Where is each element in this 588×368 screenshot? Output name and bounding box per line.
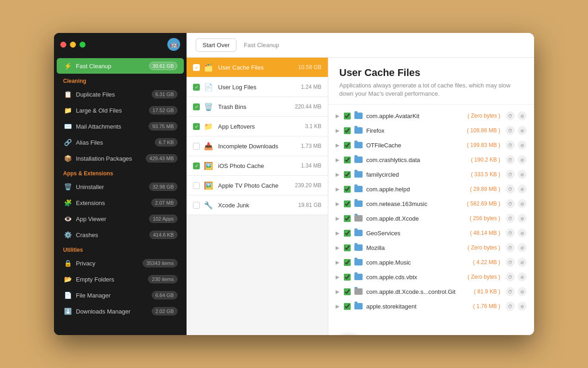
delete-btn-7[interactable]: ⊘ bbox=[518, 214, 527, 223]
checkbox-incomplete[interactable] bbox=[193, 143, 200, 150]
detail-cb-3[interactable] bbox=[344, 157, 351, 163]
checkbox-ios-photo[interactable] bbox=[193, 162, 200, 169]
expand-arrow-8[interactable]: ▶ bbox=[336, 230, 342, 236]
expand-arrow-1[interactable]: ▶ bbox=[336, 128, 342, 134]
view-btn-8[interactable]: ⏱ bbox=[506, 228, 515, 238]
file-item-trash-bins[interactable]: 🗑️ Trash Bins 220.44 MB bbox=[187, 97, 328, 117]
view-btn-12[interactable]: ⏱ bbox=[506, 287, 515, 296]
delete-btn-3[interactable]: ⊘ bbox=[518, 155, 527, 164]
delete-btn-4[interactable]: ⊘ bbox=[518, 170, 527, 179]
expand-arrow-11[interactable]: ▶ bbox=[336, 274, 342, 280]
detail-item-netease[interactable]: ▶ com.netease.163music ( 582.69 MB ) ⏱ ⊘ bbox=[328, 196, 534, 211]
detail-item-controlgit[interactable]: ▶ com.apple.dt.Xcode.s...control.Git ( 8… bbox=[328, 284, 534, 299]
maximize-button[interactable] bbox=[80, 42, 86, 48]
delete-btn-5[interactable]: ⊘ bbox=[518, 184, 527, 194]
file-item-ios-photo[interactable]: 🖼️ iOS Photo Cache 1.34 MB bbox=[187, 156, 328, 176]
file-item-apple-tv[interactable]: 🖼️ Apple TV Photo Cache 239.20 MB bbox=[187, 176, 328, 195]
detail-cb-1[interactable] bbox=[344, 127, 351, 134]
expand-arrow-2[interactable]: ▶ bbox=[336, 142, 342, 148]
view-btn-10[interactable]: ⏱ bbox=[506, 258, 515, 267]
detail-cb-9[interactable] bbox=[344, 244, 351, 251]
file-item-user-cache[interactable]: 🗂️ User Cache Files 10.58 GB bbox=[187, 58, 328, 77]
detail-cb-4[interactable] bbox=[344, 171, 351, 178]
checkbox-xcode[interactable] bbox=[193, 202, 200, 209]
sidebar-item-uninstaller[interactable]: 🗑️ Uninstaller 32.98 GB bbox=[57, 179, 184, 195]
minimize-button[interactable] bbox=[70, 42, 76, 48]
checkbox-user-log[interactable] bbox=[193, 84, 200, 91]
detail-item-crashlytics[interactable]: ▶ com.crashlytics.data ( 190.2 KB ) ⏱ ⊘ bbox=[328, 152, 534, 167]
delete-btn-10[interactable]: ⊘ bbox=[518, 258, 527, 267]
expand-arrow-7[interactable]: ▶ bbox=[336, 216, 342, 222]
sidebar-item-mail-attachments[interactable]: ✉️ Mail Attachments 93.75 MB bbox=[57, 119, 184, 134]
delete-btn-2[interactable]: ⊘ bbox=[518, 141, 527, 150]
delete-btn-1[interactable]: ⊘ bbox=[518, 126, 527, 135]
sidebar-item-duplicate-files[interactable]: 📋 Duplicate Files 6.31 GB bbox=[57, 87, 184, 102]
checkbox-trash[interactable] bbox=[193, 103, 200, 110]
file-item-incomplete-downloads[interactable]: 📥 Incomplete Downloads 1.73 MB bbox=[187, 136, 328, 156]
detail-cb-0[interactable] bbox=[344, 113, 351, 119]
expand-arrow-5[interactable]: ▶ bbox=[336, 186, 342, 192]
delete-btn-6[interactable]: ⊘ bbox=[518, 199, 527, 208]
detail-cb-11[interactable] bbox=[344, 274, 351, 281]
sidebar-item-alias-files[interactable]: 🔗 Alias Files 6.7 KB bbox=[57, 135, 184, 150]
sidebar-item-extensions[interactable]: 🧩 Extensions 2.07 MB bbox=[57, 195, 184, 211]
delete-btn-13[interactable]: ⊘ bbox=[518, 302, 527, 311]
checkbox-user-cache[interactable] bbox=[193, 64, 200, 71]
view-btn-7[interactable]: ⏱ bbox=[506, 214, 515, 223]
detail-item-com-apple-avatarkit[interactable]: ▶ com.apple.AvatarKit ( Zero bytes ) ⏱ ⊘ bbox=[328, 108, 534, 123]
sidebar-item-crashes[interactable]: ⚙️ Crashes 414.6 KB bbox=[57, 227, 184, 243]
delete-btn-12[interactable]: ⊘ bbox=[518, 287, 527, 296]
checkbox-app-leftovers[interactable] bbox=[193, 123, 200, 130]
sidebar-item-large-old-files[interactable]: 📁 Large & Old Files 17.52 GB bbox=[57, 103, 184, 118]
expand-arrow-3[interactable]: ▶ bbox=[336, 157, 342, 163]
view-btn-1[interactable]: ⏱ bbox=[506, 126, 515, 135]
sidebar-item-app-viewer[interactable]: 👁️ App Viewer 102 Apps bbox=[57, 211, 184, 227]
view-btn-2[interactable]: ⏱ bbox=[506, 141, 515, 150]
detail-cb-10[interactable] bbox=[344, 259, 351, 266]
detail-item-firefox[interactable]: ▶ Firefox ( 108.86 MB ) ⏱ ⊘ bbox=[328, 123, 534, 138]
detail-item-apple-music[interactable]: ▶ com.apple.Music ( 4.22 MB ) ⏱ ⊘ bbox=[328, 255, 534, 270]
detail-item-cds-vbtx[interactable]: ▶ com.apple.cds.vbtx ( Zero bytes ) ⏱ ⊘ bbox=[328, 270, 534, 284]
expand-arrow-0[interactable]: ▶ bbox=[336, 113, 342, 119]
detail-item-geoservices[interactable]: ▶ GeoServices ( 48.14 MB ) ⏱ ⊘ bbox=[328, 226, 534, 240]
detail-cb-7[interactable] bbox=[344, 215, 351, 222]
sidebar-item-empty-folders[interactable]: 📂 Empty Folders 230 items bbox=[57, 271, 184, 287]
sidebar-item-installation-packages[interactable]: 📦 Installation Packages 429.43 MB bbox=[57, 151, 184, 166]
close-button[interactable] bbox=[60, 42, 66, 48]
view-btn-4[interactable]: ⏱ bbox=[506, 170, 515, 179]
expand-arrow-10[interactable]: ▶ bbox=[336, 260, 342, 265]
view-btn-3[interactable]: ⏱ bbox=[506, 155, 515, 164]
detail-item-dt-xcode[interactable]: ▶ com.apple.dt.Xcode ( 256 bytes ) ⏱ ⊘ bbox=[328, 211, 534, 226]
detail-cb-12[interactable] bbox=[344, 288, 351, 295]
detail-cb-2[interactable] bbox=[344, 142, 351, 149]
detail-cb-13[interactable] bbox=[344, 303, 351, 310]
detail-cb-8[interactable] bbox=[344, 230, 351, 237]
sidebar-item-downloads-manager[interactable]: ⬇️ Downloads Manager 2.02 GB bbox=[57, 303, 184, 319]
view-btn-5[interactable]: ⏱ bbox=[506, 184, 515, 194]
delete-btn-0[interactable]: ⊘ bbox=[518, 111, 527, 120]
detail-item-helpd[interactable]: ▶ com.apple.helpd ( 29.89 MB ) ⏱ ⊘ bbox=[328, 182, 534, 196]
sidebar-item-file-manager[interactable]: 📄 File Manager 6.64 GB bbox=[57, 287, 184, 303]
detail-cb-6[interactable] bbox=[344, 200, 351, 207]
sidebar-item-privacy[interactable]: 🔒 Privacy 35343 items bbox=[57, 255, 184, 271]
view-btn-0[interactable]: ⏱ bbox=[506, 111, 515, 120]
start-over-button[interactable]: Start Over bbox=[196, 38, 236, 52]
checkbox-apple-tv[interactable] bbox=[193, 182, 200, 189]
expand-arrow-4[interactable]: ▶ bbox=[336, 172, 342, 178]
detail-item-mozilla[interactable]: ▶ Mozilla ( Zero bytes ) ⏱ ⊘ bbox=[328, 240, 534, 255]
view-btn-11[interactable]: ⏱ bbox=[506, 272, 515, 281]
view-btn-9[interactable]: ⏱ bbox=[506, 243, 515, 252]
delete-btn-9[interactable]: ⊘ bbox=[518, 243, 527, 252]
detail-item-otfilecache[interactable]: ▶ OTFileCache ( 199.83 MB ) ⏱ ⊘ bbox=[328, 138, 534, 152]
file-item-app-leftovers[interactable]: 📁 App Leftovers 3.1 KB bbox=[187, 117, 328, 136]
view-btn-6[interactable]: ⏱ bbox=[506, 199, 515, 208]
file-item-user-log[interactable]: 📄 User Log Files 1.24 MB bbox=[187, 77, 328, 97]
view-btn-13[interactable]: ⏱ bbox=[506, 302, 515, 311]
detail-item-familycircled[interactable]: ▶ familycircled ( 333.5 KB ) ⏱ ⊘ bbox=[328, 167, 534, 182]
expand-arrow-12[interactable]: ▶ bbox=[336, 289, 342, 295]
delete-btn-8[interactable]: ⊘ bbox=[518, 228, 527, 238]
delete-btn-11[interactable]: ⊘ bbox=[518, 272, 527, 281]
file-item-xcode[interactable]: 🔧 Xcode Junk 19.81 GB bbox=[187, 195, 328, 215]
expand-arrow-9[interactable]: ▶ bbox=[336, 245, 342, 251]
sidebar-item-fast-cleanup[interactable]: ⚡ Fast Cleanup 30.61 GB bbox=[57, 58, 184, 74]
